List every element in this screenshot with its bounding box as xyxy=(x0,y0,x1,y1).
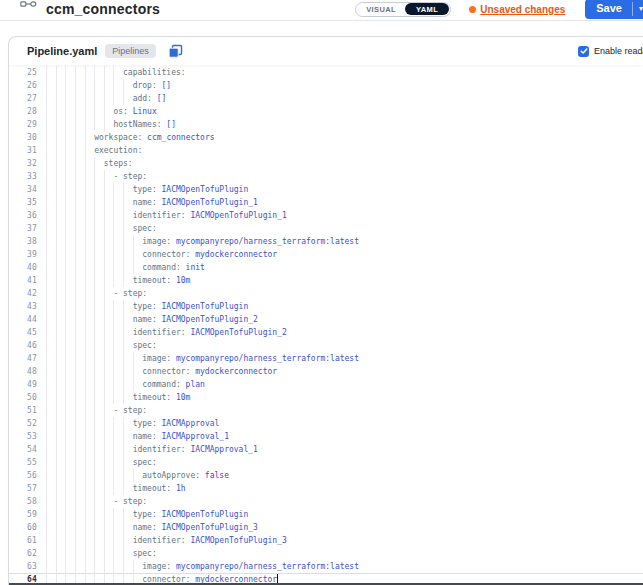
code-line[interactable]: 49command: plan xyxy=(9,378,643,391)
code-line[interactable]: 46spec: xyxy=(9,339,643,352)
code-line[interactable]: 51- step: xyxy=(9,404,643,417)
yaml-value: 10m xyxy=(171,393,190,402)
code-line[interactable]: 58- step: xyxy=(9,495,643,508)
yaml-key: identifier: xyxy=(133,445,186,454)
yaml-code-editor[interactable]: 25capabilities:26drop: []27add: []28os: … xyxy=(9,65,643,585)
code-text: spec: xyxy=(46,456,157,469)
indent-guide xyxy=(56,261,66,274)
save-button[interactable]: Save xyxy=(585,0,632,19)
indent-guide xyxy=(94,79,104,92)
indent-guide xyxy=(104,118,114,131)
code-line[interactable]: 29hostNames: [] xyxy=(9,118,643,131)
yaml-key: spec: xyxy=(133,224,157,233)
indent-guide xyxy=(113,79,123,92)
code-line[interactable]: 61identifier: IACMOpenTofuPlugin_3 xyxy=(9,534,643,547)
code-line[interactable]: 34type: IACMOpenTofuPlugin xyxy=(9,183,643,196)
code-line[interactable]: 47image: mycompanyrepo/harness_terraform… xyxy=(9,352,643,365)
code-line[interactable]: 27add: [] xyxy=(9,92,643,105)
code-line[interactable]: 38image: mycompanyrepo/harness_terraform… xyxy=(9,235,643,248)
indent-guide xyxy=(75,352,85,365)
code-line[interactable]: 50timeout: 10m xyxy=(9,391,643,404)
code-line[interactable]: 36identifier: IACMOpenTofuPlugin_1 xyxy=(9,209,643,222)
indent-guide xyxy=(85,469,95,482)
code-line[interactable]: 43type: IACMOpenTofuPlugin xyxy=(9,300,643,313)
code-line[interactable]: 44name: IACMOpenTofuPlugin_2 xyxy=(9,313,643,326)
indent-guide xyxy=(46,131,56,144)
toggle-yaml[interactable]: YAML xyxy=(405,3,449,15)
indent-guide xyxy=(123,482,133,495)
tab-pipeline-yaml[interactable]: Pipeline.yaml xyxy=(27,45,97,57)
code-line[interactable]: 33- step: xyxy=(9,170,643,183)
indent-guide xyxy=(56,495,66,508)
code-line[interactable]: 26drop: [] xyxy=(9,79,643,92)
code-line[interactable]: 52type: IACMApproval xyxy=(9,417,643,430)
indent-guide xyxy=(46,248,56,261)
indent-guide xyxy=(85,287,95,300)
code-line[interactable]: 45identifier: IACMOpenTofuPlugin_2 xyxy=(9,326,643,339)
unsaved-changes-link[interactable]: Unsaved changes xyxy=(469,4,565,15)
line-number: 37 xyxy=(9,222,37,235)
code-line[interactable]: 30workspace: ccm_connectors xyxy=(9,131,643,144)
indent-guide xyxy=(123,521,133,534)
indent-guide xyxy=(123,209,133,222)
page-title: ccm_connectors xyxy=(46,1,160,17)
indent-guide xyxy=(113,248,123,261)
code-line[interactable]: 39connector: mydockerconnector xyxy=(9,248,643,261)
indent-guide xyxy=(85,430,95,443)
indent-guide xyxy=(75,339,85,352)
indent-guide xyxy=(75,105,85,118)
indent-guide xyxy=(46,157,56,170)
indent-guide xyxy=(113,521,123,534)
yaml-value: IACMOpenTofuPlugin xyxy=(157,185,249,194)
indent-guide xyxy=(133,469,143,482)
code-line[interactable]: 63image: mycompanyrepo/harness_terraform… xyxy=(9,560,643,573)
indent-guide xyxy=(113,482,123,495)
code-line[interactable]: 42- step: xyxy=(9,287,643,300)
code-line[interactable]: 60name: IACMOpenTofuPlugin_3 xyxy=(9,521,643,534)
enable-read-checkbox[interactable] xyxy=(578,46,589,57)
indent-guide xyxy=(65,391,75,404)
indent-guide xyxy=(46,339,56,352)
indent-guide xyxy=(65,495,75,508)
indent-guide xyxy=(104,248,114,261)
copy-icon[interactable] xyxy=(168,44,183,59)
yaml-value: IACMApproval_1 xyxy=(186,445,258,454)
indent-guide xyxy=(85,365,95,378)
code-line[interactable]: 53name: IACMApproval_1 xyxy=(9,430,643,443)
indent-guide xyxy=(65,430,75,443)
save-dropdown-chevron-icon[interactable]: ▾ xyxy=(633,0,643,19)
code-line[interactable]: 28os: Linux xyxy=(9,105,643,118)
code-line[interactable]: 54identifier: IACMApproval_1 xyxy=(9,443,643,456)
code-text: execution: xyxy=(46,144,142,157)
indent-guide xyxy=(113,534,123,547)
yaml-key: type: xyxy=(133,510,157,519)
indent-guide xyxy=(85,170,95,183)
code-line[interactable]: 62spec: xyxy=(9,547,643,560)
code-line[interactable]: 57timeout: 1h xyxy=(9,482,643,495)
indent-guide xyxy=(75,547,85,560)
indent-guide xyxy=(56,274,66,287)
indent-guide xyxy=(133,560,143,573)
yaml-value: [] xyxy=(162,120,176,129)
indent-guide xyxy=(94,274,104,287)
code-text: image: mycompanyrepo/harness_terraform:l… xyxy=(46,352,359,365)
unsaved-dot-icon xyxy=(469,6,476,13)
code-line[interactable]: 31execution: xyxy=(9,144,643,157)
code-line[interactable]: 40command: init xyxy=(9,261,643,274)
code-line[interactable]: 59type: IACMOpenTofuPlugin xyxy=(9,508,643,521)
indent-guide xyxy=(85,105,95,118)
code-line[interactable]: 56autoApprove: false xyxy=(9,469,643,482)
code-line[interactable]: 25capabilities: xyxy=(9,66,643,79)
indent-guide xyxy=(46,222,56,235)
code-line[interactable]: 48connector: mydockerconnector xyxy=(9,365,643,378)
code-line[interactable]: 41timeout: 10m xyxy=(9,274,643,287)
code-line[interactable]: 37spec: xyxy=(9,222,643,235)
indent-guide xyxy=(65,365,75,378)
code-line[interactable]: 35name: IACMOpenTofuPlugin_1 xyxy=(9,196,643,209)
code-line[interactable]: 32steps: xyxy=(9,157,643,170)
indent-guide xyxy=(85,235,95,248)
indent-guide xyxy=(75,417,85,430)
code-line[interactable]: 55spec: xyxy=(9,456,643,469)
indent-guide xyxy=(46,456,56,469)
toggle-visual[interactable]: VISUAL xyxy=(357,4,405,15)
